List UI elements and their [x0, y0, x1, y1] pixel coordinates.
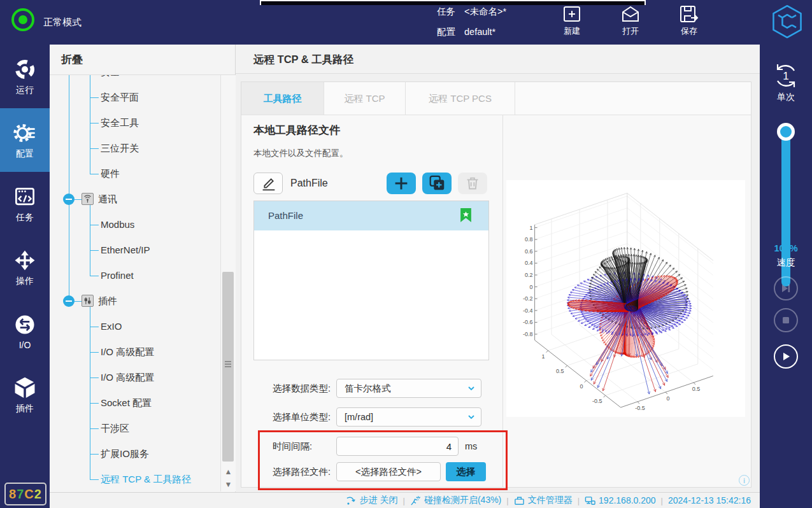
tree-connector-line	[90, 403, 99, 404]
tree-item-干涉区[interactable]: 干涉区	[50, 416, 220, 441]
tree-item-扩展io服务[interactable]: 扩展IO服务	[50, 441, 220, 467]
tree-item-socket-配置[interactable]: Socket 配置	[50, 390, 220, 416]
tree-item-安全io[interactable]: 安全IO	[50, 75, 220, 85]
status-bar: 步进 关闭|碰撞检测开启(43%)|文件管理器|192.168.0.200|20…	[50, 492, 760, 508]
interval-input[interactable]	[336, 437, 459, 456]
select-button[interactable]: 选择	[446, 462, 486, 481]
tree-item-i/o-高级配置[interactable]: I/O 高级配置	[50, 339, 220, 365]
statusbar-item-3: 192.168.0.200	[585, 495, 656, 506]
tree-item-label: 插件	[98, 288, 117, 314]
tree-scrollbar[interactable]: ▲ ▼	[220, 75, 236, 491]
tree-collapse-header[interactable]: 折叠	[50, 45, 235, 75]
tree-item-安全平面[interactable]: 安全平面	[50, 85, 220, 110]
add-file-button[interactable]	[387, 173, 416, 194]
loop-icon: 1	[771, 60, 801, 91]
svg-text:1: 1	[530, 225, 533, 231]
tree-item-i/o-高级配置[interactable]: I/O 高级配置	[50, 365, 220, 390]
scrollbar-thumb[interactable]	[222, 272, 234, 462]
tree-collapse-toggle[interactable]	[63, 194, 75, 205]
info-icon[interactable]: i	[739, 475, 750, 486]
sidebar-item-run[interactable]: 运行	[0, 45, 50, 108]
sidebar-item-label: 配置	[16, 148, 34, 160]
statusbar-item-0[interactable]: 步进 关闭	[346, 495, 398, 506]
tree-connector-line	[90, 276, 99, 276]
speed-slider-knob[interactable]	[777, 123, 795, 141]
sidebar-item-io[interactable]: I/O	[0, 299, 50, 363]
left-nav-sidebar: 运行配置任务操作I/O插件 87C2	[0, 45, 50, 508]
data-type-label: 选择数据类型:	[273, 379, 331, 398]
tree-item-插件[interactable]: 插件	[50, 288, 220, 314]
rename-file-button[interactable]	[253, 173, 283, 194]
duplicate-file-button[interactable]	[422, 173, 452, 194]
tree-item-硬件[interactable]: 硬件	[50, 161, 220, 187]
current-file-name: PathFile	[290, 173, 328, 194]
loop-once-button[interactable]: 1	[771, 60, 801, 91]
config-tree-panel: 折叠 安全IO安全平面安全工具三位开关硬件通讯ModbusEtherNet/IP…	[50, 45, 236, 492]
device-code-char: 2	[34, 487, 42, 502]
svg-text:1: 1	[783, 70, 788, 82]
tree-item-exio[interactable]: ExIO	[50, 314, 220, 339]
new-button[interactable]: 新建	[554, 4, 590, 37]
sidebar-item-label: I/O	[19, 340, 31, 350]
statusbar-text: 192.168.0.200	[599, 495, 656, 505]
tree-item-label: Profinet	[101, 263, 134, 288]
tree-item-label: 三位开关	[101, 136, 139, 161]
tree-item-三位开关[interactable]: 三位开关	[50, 136, 220, 161]
loop-mode-label: 单次	[760, 92, 812, 103]
device-code-char: C	[24, 487, 34, 502]
scroll-down-button[interactable]: ▼	[221, 478, 236, 491]
tree-connector-line	[90, 377, 99, 378]
statusbar-item-4: 2024-12-13 15:42:16	[668, 495, 751, 505]
skip-next-icon	[780, 282, 792, 295]
sidebar-item-operate[interactable]: 操作	[0, 236, 50, 299]
sidebar-item-label: 任务	[16, 212, 34, 223]
tree-connector-line	[75, 301, 82, 302]
scroll-up-button[interactable]: ▲	[221, 465, 236, 478]
statusbar-item-2[interactable]: 文件管理器	[514, 495, 573, 506]
config-line: 配置default*	[437, 26, 495, 38]
open-file-icon	[620, 4, 641, 24]
tree-connector-line	[90, 97, 99, 98]
tree-connector-line	[90, 174, 99, 174]
tree-item-安全工具[interactable]: 安全工具	[50, 110, 220, 136]
stop-button[interactable]	[774, 308, 798, 332]
sidebar-item-task[interactable]: 任务	[0, 172, 50, 236]
plus-icon	[392, 174, 411, 193]
page-header: 远程 TCP & 工具路径	[236, 45, 760, 74]
statusbar-text: 文件管理器	[528, 495, 573, 506]
play-button[interactable]	[774, 344, 798, 369]
top-bar: 正常模式 任务<未命名>* 配置default* 新建打开保存	[0, 0, 812, 45]
antenna-icon	[82, 194, 93, 204]
trash-icon	[463, 174, 482, 193]
tree-item-ethernet/ip[interactable]: EtherNet/IP	[50, 237, 220, 263]
statusbar-item-1[interactable]: 碰撞检测开启(43%)	[410, 495, 501, 506]
page-title: 远程 TCP & 工具路径	[253, 45, 760, 74]
robot-status-indicator	[11, 8, 34, 31]
sidebar-item-plugin[interactable]: 插件	[0, 363, 50, 427]
statusbar-separator: |	[403, 496, 405, 505]
tree-item-profinet[interactable]: Profinet	[50, 263, 220, 288]
device-code-char: 7	[17, 487, 24, 502]
device-code-badge[interactable]: 87C2	[4, 483, 46, 505]
tree-item-通讯[interactable]: 通讯	[50, 187, 220, 212]
bookmark-star-icon	[460, 208, 472, 223]
svg-text:0.5: 0.5	[556, 368, 564, 374]
path-file-picker[interactable]: <选择路径文件>	[336, 462, 441, 481]
step-next-button[interactable]	[774, 276, 798, 300]
tree-collapse-toggle[interactable]	[63, 295, 75, 307]
tab-远程-tcp-pcs[interactable]: 远程 TCP PCS	[406, 82, 515, 115]
data-type-select[interactable]: 笛卡尔格式	[336, 379, 481, 398]
tab-工具路径[interactable]: 工具路径	[241, 82, 324, 115]
tree-item-label: 安全平面	[101, 85, 139, 110]
tree-item-远程-tcp---工具路径[interactable]: 远程 TCP & 工具路径	[50, 467, 220, 491]
open-button[interactable]: 打开	[613, 4, 648, 37]
tab-远程-tcp[interactable]: 远程 TCP	[324, 82, 406, 115]
save-button[interactable]: 保存	[671, 4, 707, 37]
svg-text:0: 0	[530, 284, 533, 290]
unit-type-select[interactable]: [m/rad]	[336, 407, 481, 427]
delete-file-button[interactable]	[458, 173, 487, 194]
tree-item-modbus[interactable]: Modbus	[50, 212, 220, 237]
sidebar-item-config[interactable]: 配置	[0, 108, 50, 172]
path-file-row[interactable]: PathFile	[254, 201, 488, 230]
tree-item-label: 硬件	[101, 161, 120, 187]
